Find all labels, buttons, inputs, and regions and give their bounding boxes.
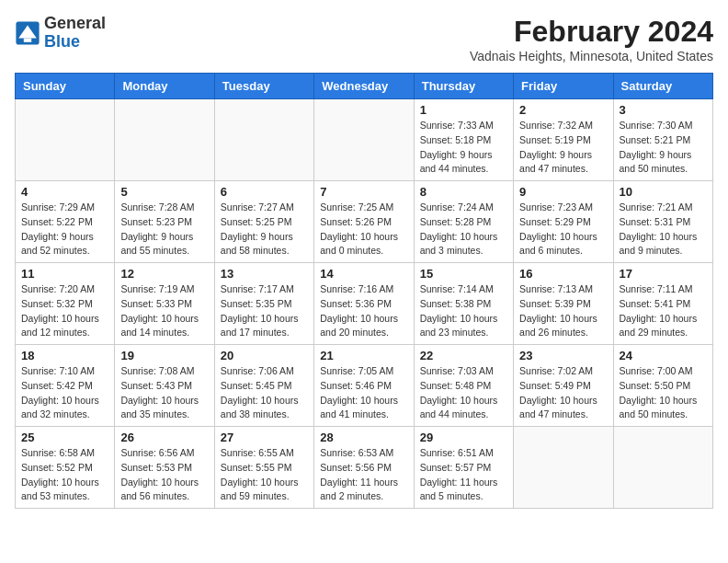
day-number: 25: [21, 431, 108, 444]
day-info: Sunrise: 7:05 AM Sunset: 5:46 PM Dayligh…: [320, 364, 407, 422]
calendar-cell: 13Sunrise: 7:17 AM Sunset: 5:35 PM Dayli…: [214, 263, 313, 345]
day-info: Sunrise: 7:16 AM Sunset: 5:36 PM Dayligh…: [320, 282, 407, 340]
day-info: Sunrise: 7:30 AM Sunset: 5:21 PM Dayligh…: [620, 119, 707, 177]
day-number: 19: [120, 349, 208, 362]
week-row-3: 11Sunrise: 7:20 AM Sunset: 5:32 PM Dayli…: [16, 263, 713, 345]
day-number: 10: [620, 185, 707, 199]
logo-text: General Blue: [44, 15, 106, 52]
day-number: 26: [120, 431, 208, 444]
weekday-header-row: SundayMondayTuesdayWednesdayThursdayFrid…: [16, 74, 713, 99]
weekday-header-sunday: Sunday: [16, 74, 115, 99]
calendar-cell: 7Sunrise: 7:25 AM Sunset: 5:26 PM Daylig…: [314, 181, 414, 263]
calendar-cell: 22Sunrise: 7:03 AM Sunset: 5:48 PM Dayli…: [414, 345, 513, 427]
day-info: Sunrise: 7:11 AM Sunset: 5:41 PM Dayligh…: [620, 282, 707, 340]
day-info: Sunrise: 7:06 AM Sunset: 5:45 PM Dayligh…: [221, 364, 308, 422]
calendar-cell: [514, 427, 613, 509]
weekday-header-thursday: Thursday: [414, 74, 513, 99]
day-info: Sunrise: 7:08 AM Sunset: 5:43 PM Dayligh…: [120, 364, 208, 422]
weekday-header-tuesday: Tuesday: [214, 74, 313, 99]
main-title: February 2024: [470, 15, 713, 49]
calendar-cell: 17Sunrise: 7:11 AM Sunset: 5:41 PM Dayli…: [613, 263, 712, 345]
calendar-cell: 6Sunrise: 7:27 AM Sunset: 5:25 PM Daylig…: [214, 181, 313, 263]
day-info: Sunrise: 6:58 AM Sunset: 5:52 PM Dayligh…: [21, 446, 108, 504]
day-info: Sunrise: 7:03 AM Sunset: 5:48 PM Dayligh…: [420, 364, 507, 422]
day-number: 28: [320, 431, 407, 444]
day-info: Sunrise: 7:17 AM Sunset: 5:35 PM Dayligh…: [221, 282, 308, 340]
day-number: 4: [21, 185, 108, 199]
day-info: Sunrise: 7:27 AM Sunset: 5:25 PM Dayligh…: [221, 201, 308, 259]
day-number: 2: [519, 103, 607, 117]
subtitle: Vadnais Heights, Minnesota, United State…: [470, 49, 713, 63]
day-info: Sunrise: 7:28 AM Sunset: 5:23 PM Dayligh…: [120, 201, 208, 259]
day-number: 9: [519, 185, 607, 199]
day-info: Sunrise: 7:00 AM Sunset: 5:50 PM Dayligh…: [620, 364, 707, 422]
calendar-cell: 18Sunrise: 7:10 AM Sunset: 5:42 PM Dayli…: [16, 345, 115, 427]
day-number: 24: [620, 349, 707, 362]
day-info: Sunrise: 7:23 AM Sunset: 5:29 PM Dayligh…: [519, 201, 607, 259]
calendar-cell: 15Sunrise: 7:14 AM Sunset: 5:38 PM Dayli…: [414, 263, 513, 345]
day-number: 18: [21, 349, 108, 362]
calendar-cell: 28Sunrise: 6:53 AM Sunset: 5:56 PM Dayli…: [314, 427, 414, 509]
weekday-header-saturday: Saturday: [613, 74, 712, 99]
day-number: 7: [320, 185, 407, 199]
day-number: 6: [221, 185, 308, 199]
day-number: 15: [420, 267, 507, 281]
weekday-header-monday: Monday: [115, 74, 214, 99]
calendar-cell: 29Sunrise: 6:51 AM Sunset: 5:57 PM Dayli…: [414, 427, 513, 509]
day-number: 5: [120, 185, 208, 199]
day-number: 14: [320, 267, 407, 281]
calendar-cell: [115, 99, 214, 181]
calendar-cell: 3Sunrise: 7:30 AM Sunset: 5:21 PM Daylig…: [613, 99, 712, 181]
calendar-cell: 5Sunrise: 7:28 AM Sunset: 5:23 PM Daylig…: [115, 181, 214, 263]
calendar-cell: 9Sunrise: 7:23 AM Sunset: 5:29 PM Daylig…: [514, 181, 613, 263]
day-info: Sunrise: 7:19 AM Sunset: 5:33 PM Dayligh…: [120, 282, 208, 340]
calendar-cell: 16Sunrise: 7:13 AM Sunset: 5:39 PM Dayli…: [514, 263, 613, 345]
calendar-cell: [16, 99, 115, 181]
calendar-cell: 1Sunrise: 7:33 AM Sunset: 5:18 PM Daylig…: [414, 99, 513, 181]
day-info: Sunrise: 6:51 AM Sunset: 5:57 PM Dayligh…: [420, 446, 507, 504]
calendar-cell: [214, 99, 313, 181]
logo: General Blue: [15, 15, 106, 52]
calendar-cell: 27Sunrise: 6:55 AM Sunset: 5:55 PM Dayli…: [214, 427, 313, 509]
day-number: 23: [519, 349, 607, 362]
week-row-2: 4Sunrise: 7:29 AM Sunset: 5:22 PM Daylig…: [16, 181, 713, 263]
day-number: 1: [420, 103, 507, 117]
day-number: 29: [420, 431, 507, 444]
calendar-cell: 14Sunrise: 7:16 AM Sunset: 5:36 PM Dayli…: [314, 263, 414, 345]
calendar-cell: 24Sunrise: 7:00 AM Sunset: 5:50 PM Dayli…: [613, 345, 712, 427]
calendar-cell: 21Sunrise: 7:05 AM Sunset: 5:46 PM Dayli…: [314, 345, 414, 427]
day-number: 13: [221, 267, 308, 281]
calendar-cell: 23Sunrise: 7:02 AM Sunset: 5:49 PM Dayli…: [514, 345, 613, 427]
svg-rect-2: [24, 38, 31, 41]
calendar-cell: [314, 99, 414, 181]
day-number: 22: [420, 349, 507, 362]
weekday-header-wednesday: Wednesday: [314, 74, 414, 99]
calendar-cell: 19Sunrise: 7:08 AM Sunset: 5:43 PM Dayli…: [115, 345, 214, 427]
calendar-cell: 10Sunrise: 7:21 AM Sunset: 5:31 PM Dayli…: [613, 181, 712, 263]
calendar-cell: 11Sunrise: 7:20 AM Sunset: 5:32 PM Dayli…: [16, 263, 115, 345]
calendar-cell: 4Sunrise: 7:29 AM Sunset: 5:22 PM Daylig…: [16, 181, 115, 263]
day-info: Sunrise: 7:02 AM Sunset: 5:49 PM Dayligh…: [519, 364, 607, 422]
title-area: February 2024 Vadnais Heights, Minnesota…: [470, 15, 713, 63]
day-number: 20: [221, 349, 308, 362]
day-number: 12: [120, 267, 208, 281]
calendar-cell: 8Sunrise: 7:24 AM Sunset: 5:28 PM Daylig…: [414, 181, 513, 263]
day-info: Sunrise: 6:53 AM Sunset: 5:56 PM Dayligh…: [320, 446, 407, 504]
day-number: 11: [21, 267, 108, 281]
day-number: 3: [620, 103, 707, 117]
calendar-cell: 26Sunrise: 6:56 AM Sunset: 5:53 PM Dayli…: [115, 427, 214, 509]
day-number: 27: [221, 431, 308, 444]
day-info: Sunrise: 7:24 AM Sunset: 5:28 PM Dayligh…: [420, 201, 507, 259]
day-info: Sunrise: 7:14 AM Sunset: 5:38 PM Dayligh…: [420, 282, 507, 340]
day-info: Sunrise: 7:33 AM Sunset: 5:18 PM Dayligh…: [420, 119, 507, 177]
day-info: Sunrise: 6:55 AM Sunset: 5:55 PM Dayligh…: [221, 446, 308, 504]
logo-icon: [15, 20, 40, 46]
calendar-cell: 12Sunrise: 7:19 AM Sunset: 5:33 PM Dayli…: [115, 263, 214, 345]
day-info: Sunrise: 7:20 AM Sunset: 5:32 PM Dayligh…: [21, 282, 108, 340]
day-number: 8: [420, 185, 507, 199]
calendar-cell: 2Sunrise: 7:32 AM Sunset: 5:19 PM Daylig…: [514, 99, 613, 181]
week-row-1: 1Sunrise: 7:33 AM Sunset: 5:18 PM Daylig…: [16, 99, 713, 181]
calendar-cell: 25Sunrise: 6:58 AM Sunset: 5:52 PM Dayli…: [16, 427, 115, 509]
day-info: Sunrise: 6:56 AM Sunset: 5:53 PM Dayligh…: [120, 446, 208, 504]
day-info: Sunrise: 7:13 AM Sunset: 5:39 PM Dayligh…: [519, 282, 607, 340]
